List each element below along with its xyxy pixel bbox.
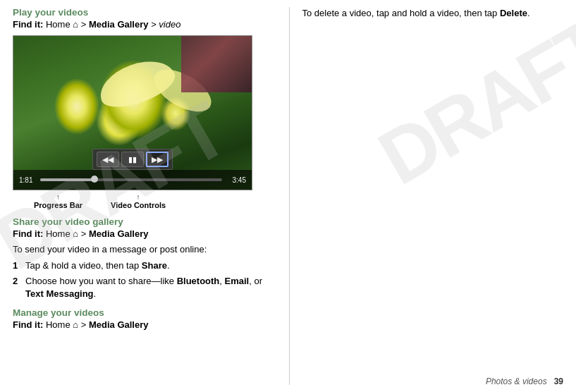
- left-column: DRAFT Play your videos Find it: Home ⌂ >…: [0, 0, 289, 392]
- step2-mid: ,: [219, 276, 224, 286]
- find-it-share: Find it: Home ⌂ > Media Gallery: [13, 228, 276, 239]
- step2-end: .: [94, 288, 97, 299]
- section-play-videos: Play your videos Find it: Home ⌂ > Media…: [13, 7, 276, 209]
- page-container: DRAFT Play your videos Find it: Home ⌂ >…: [0, 0, 576, 392]
- find-it-share-sep: >: [81, 228, 89, 239]
- section-manage-videos: Manage your videos Find it: Home ⌂ > Med…: [13, 307, 276, 330]
- progress-bar-arrow: ↑: [56, 193, 60, 201]
- delete-period: .: [527, 8, 530, 18]
- step1-content: Tap & hold a video, then tap Share.: [25, 259, 170, 272]
- section-heading-play: Play your videos: [13, 7, 276, 18]
- step2-content: Choose how you want to share—like Blueto…: [25, 275, 276, 300]
- section-heading-share: Share your video gallery: [13, 216, 276, 227]
- progress-dot: [91, 176, 98, 183]
- video-sky-overlay: [181, 36, 252, 92]
- time-end: 3:45: [226, 176, 246, 184]
- progress-bar-label: Progress Bar: [34, 201, 82, 209]
- page-footer: Photos & videos 39: [486, 376, 563, 386]
- delete-text-1: To delete a video, tap and hold a video,…: [302, 8, 498, 18]
- share-intro-text: To send your video in a message or post …: [13, 243, 276, 257]
- progress-fill: [40, 178, 94, 181]
- home-icon-2: ⌂: [73, 228, 78, 239]
- find-it-label: Find it:: [13, 19, 43, 30]
- home-icon-3: ⌂: [73, 319, 78, 330]
- find-it-share-gallery: Media Gallery: [89, 228, 149, 239]
- label-progress-bar: ↑ Progress Bar: [34, 193, 82, 209]
- video-controls-label: Video Controls: [111, 201, 166, 209]
- section-share-videos: Share your video gallery Find it: Home ⌂…: [13, 216, 276, 300]
- delete-bold: Delete: [500, 8, 527, 18]
- fast-forward-button[interactable]: ▶▶: [146, 152, 168, 167]
- find-it-home-text: Home: [46, 19, 73, 30]
- home-icon-1: ⌂: [73, 19, 78, 30]
- find-it-sep2: >: [151, 19, 159, 30]
- step2-num: 2: [13, 275, 21, 300]
- find-it-video: video: [159, 19, 180, 30]
- step2-bold3: Text Messaging: [25, 288, 94, 299]
- footer-page-number: 39: [554, 376, 563, 386]
- step2-text: Choose how you want to share—like: [25, 276, 177, 286]
- progress-track[interactable]: [40, 178, 222, 181]
- video-controls-arrow: ↑: [137, 193, 140, 201]
- share-steps-list: 1 Tap & hold a video, then tap Share. 2 …: [13, 259, 276, 301]
- step1-text: Tap & hold a video, then tap: [25, 260, 142, 271]
- find-it-sep1: >: [81, 19, 89, 30]
- step2-mid2: , or: [249, 276, 262, 286]
- find-it-manage-sep: >: [81, 319, 89, 330]
- step2-bold2: Email: [225, 276, 250, 286]
- step1-bold: Share: [142, 260, 167, 271]
- find-it-share-label: Find it:: [13, 228, 43, 239]
- step1-end: .: [167, 260, 170, 271]
- delete-instruction: To delete a video, tap and hold a video,…: [302, 7, 564, 20]
- pause-button[interactable]: ▮▮: [121, 152, 144, 167]
- time-start: 1:81: [19, 176, 36, 184]
- find-it-manage-label: Find it:: [13, 319, 43, 330]
- find-it-manage-home-text: Home: [46, 319, 73, 330]
- draft-watermark-right: DRAFT: [364, 0, 576, 202]
- share-step-1: 1 Tap & hold a video, then tap Share.: [13, 259, 276, 272]
- share-step-2: 2 Choose how you want to share—like Blue…: [13, 275, 276, 300]
- footer-section-label: Photos & videos: [486, 376, 547, 386]
- find-it-manage: Find it: Home ⌂ > Media Gallery: [13, 319, 276, 330]
- find-it-share-home-text: Home: [46, 228, 73, 239]
- find-it-play: Find it: Home ⌂ > Media Gallery > video: [13, 19, 276, 30]
- step2-bold1: Bluetooth: [177, 276, 220, 286]
- right-column: DRAFT To delete a video, tap and hold a …: [290, 0, 577, 392]
- label-video-controls: ↑ Video Controls: [111, 193, 166, 209]
- video-player: ◀◀ ▮▮ ▶▶ 1:81 3:45: [13, 35, 252, 190]
- find-it-gallery: Media Gallery: [89, 19, 149, 30]
- step1-num: 1: [13, 259, 21, 272]
- video-labels: ↑ Progress Bar ↑ Video Controls: [34, 193, 276, 209]
- section-heading-manage: Manage your videos: [13, 307, 276, 318]
- video-controls-bar: ◀◀ ▮▮ ▶▶: [92, 149, 173, 170]
- rewind-button[interactable]: ◀◀: [97, 152, 119, 167]
- video-progress-area: 1:81 3:45: [13, 170, 252, 190]
- find-it-manage-gallery: Media Gallery: [89, 319, 149, 330]
